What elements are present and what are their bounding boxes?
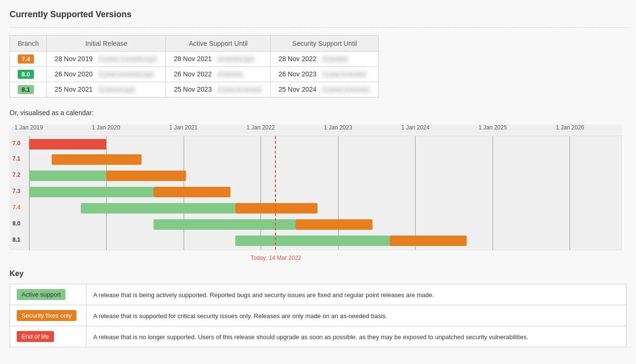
- page-title: Currently Supported Versions: [10, 10, 626, 20]
- branch-badge[interactable]: 8.0: [18, 70, 34, 79]
- bar-81-orange: [390, 236, 467, 246]
- key-desc-active: A release that is being actively support…: [93, 291, 434, 299]
- row-81: 8.1: [29, 234, 621, 248]
- bar-74-green: [81, 203, 235, 214]
- row-73: 7.3: [29, 185, 621, 199]
- bar-74-orange: [235, 203, 318, 214]
- active-support-cell: 25 Nov 2023 1 year, 8 months: [166, 82, 271, 97]
- label-81: 8.1: [12, 236, 21, 243]
- divider: [10, 27, 626, 28]
- row-72: 7.2: [29, 169, 621, 183]
- table-row: 8.125 Nov 2021 4 months ago25 Nov 2023 1…: [10, 82, 379, 97]
- key-row-security: Security fixes only A release that is su…: [10, 305, 626, 326]
- version-table: Branch Initial Release Active Support Un…: [10, 35, 379, 97]
- col-initial: Initial Release: [47, 36, 166, 52]
- bar-73-orange: [154, 187, 230, 197]
- initial-release-cell: 25 Nov 2021 4 months ago: [47, 82, 166, 97]
- label-74: 7.4: [12, 204, 21, 211]
- calendar-label: Or, visualised as a calendar:: [10, 109, 626, 117]
- row-71: 7.1: [29, 152, 621, 167]
- year-label-2022: 1 Jan 2022: [247, 124, 275, 131]
- today-label: Today: 14 Mar 2022: [251, 255, 301, 261]
- bar-72-green: [29, 171, 106, 181]
- key-badge-active: Active support: [17, 289, 66, 300]
- security-support-cell: 28 Nov 2022 8 months: [271, 52, 379, 67]
- year-label-2021: 1 Jan 2021: [169, 124, 197, 131]
- col-active: Active Support Until: [166, 36, 271, 52]
- bar-80-green: [154, 219, 296, 230]
- key-title: Key: [10, 269, 626, 278]
- key-desc-security: A release that is supported for critical…: [93, 312, 387, 320]
- today-line: Today: 14 Mar 2022: [275, 136, 276, 250]
- year-labels: 1 Jan 2019 1 Jan 2020 1 Jan 2021 1 Jan 2…: [29, 124, 622, 136]
- branch-badge[interactable]: 7.4: [18, 54, 34, 64]
- branch-badge[interactable]: 8.1: [18, 85, 34, 94]
- bar-81-green: [235, 236, 390, 246]
- bar-73-green: [29, 187, 154, 197]
- label-71: 7.1: [12, 155, 21, 162]
- table-row: 8.026 Nov 2020 1 year, 4 months ago26 No…: [10, 67, 379, 82]
- key-table: Active support A release that is being a…: [10, 284, 626, 347]
- label-73: 7.3: [12, 188, 21, 194]
- label-80: 8.0: [12, 220, 21, 227]
- calendar-chart: 1 Jan 2019 1 Jan 2020 1 Jan 2021 1 Jan 2…: [10, 124, 622, 250]
- initial-release-cell: 26 Nov 2020 1 year, 4 months ago: [47, 67, 166, 82]
- row-80: 8.0: [29, 217, 621, 232]
- col-branch: Branch: [10, 36, 47, 52]
- year-label-2020: 1 Jan 2020: [92, 124, 120, 131]
- row-74: 7.4: [29, 201, 621, 215]
- year-label-2025: 1 Jan 2025: [479, 124, 507, 131]
- table-row: 7.428 Nov 2019 2 years, 4 months ago28 N…: [10, 52, 379, 67]
- bar-71-orange: [52, 154, 142, 165]
- chart-body: Today: 14 Mar 2022 7.0 7.1 7.2 7.3: [29, 136, 622, 250]
- key-desc-eol: A release that is no longer supported. U…: [93, 333, 528, 341]
- year-label-2019: 1 Jan 2019: [14, 124, 43, 131]
- security-support-cell: 26 Nov 2023 1 year, 8 months: [271, 67, 379, 82]
- key-badge-security: Security fixes only: [17, 310, 77, 321]
- year-label-2026: 1 Jan 2026: [556, 124, 584, 131]
- bar-70-red: [29, 139, 106, 150]
- year-label-2023: 1 Jan 2023: [324, 124, 352, 131]
- initial-release-cell: 28 Nov 2019 2 years, 4 months ago: [47, 52, 166, 67]
- col-security: Security Support Until: [271, 36, 379, 52]
- label-70: 7.0: [12, 140, 21, 147]
- row-70: 7.0: [29, 137, 621, 151]
- bar-80-orange: [296, 219, 373, 230]
- active-support-cell: 26 Nov 2022 8 months: [166, 67, 271, 82]
- key-section: Key Active support A release that is bei…: [10, 269, 626, 347]
- label-72: 7.2: [12, 171, 21, 178]
- key-row-eol: End of life A release that is no longer …: [10, 326, 626, 347]
- active-support-cell: 28 Nov 2021 4 months ago: [166, 52, 271, 67]
- bar-72-orange: [106, 171, 186, 181]
- key-badge-eol: End of life: [17, 331, 54, 342]
- security-support-cell: 25 Nov 2024 2 years, 8 months: [271, 82, 379, 97]
- year-label-2024: 1 Jan 2024: [401, 124, 429, 131]
- key-row-active: Active support A release that is being a…: [10, 284, 626, 305]
